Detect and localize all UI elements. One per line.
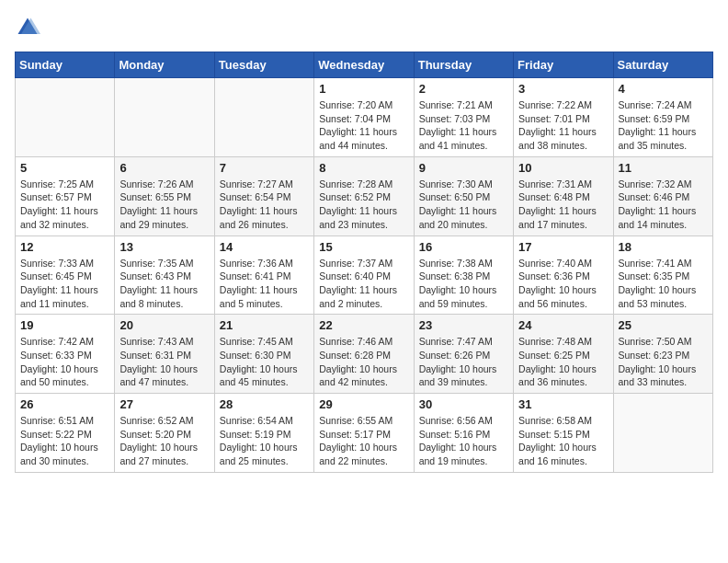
day-number: 28	[220, 397, 309, 411]
calendar-cell: 19Sunrise: 7:42 AM Sunset: 6:33 PM Dayli…	[16, 315, 115, 394]
day-number: 27	[119, 397, 209, 411]
calendar-cell: 13Sunrise: 7:35 AM Sunset: 6:43 PM Dayli…	[115, 236, 214, 315]
calendar-cell: 7Sunrise: 7:27 AM Sunset: 6:54 PM Daylig…	[214, 156, 313, 236]
calendar-cell: 2Sunrise: 7:21 AM Sunset: 7:03 PM Daylig…	[414, 78, 513, 157]
calendar-cell: 16Sunrise: 7:38 AM Sunset: 6:38 PM Dayli…	[414, 236, 513, 315]
day-number: 12	[20, 240, 109, 254]
calendar-cell: 14Sunrise: 7:36 AM Sunset: 6:41 PM Dayli…	[214, 236, 313, 315]
day-info: Sunrise: 7:45 AM Sunset: 6:30 PM Dayligh…	[220, 335, 309, 389]
logo-icon	[15, 15, 40, 40]
day-info: Sunrise: 7:24 AM Sunset: 6:59 PM Dayligh…	[619, 98, 708, 153]
day-number: 24	[518, 318, 608, 332]
calendar-week-row: 1Sunrise: 7:20 AM Sunset: 7:04 PM Daylig…	[16, 78, 713, 157]
day-number: 14	[220, 240, 309, 254]
weekday-header-wednesday: Wednesday	[314, 52, 414, 78]
calendar-cell: 23Sunrise: 7:47 AM Sunset: 6:26 PM Dayli…	[414, 315, 513, 394]
day-info: Sunrise: 7:43 AM Sunset: 6:31 PM Dayligh…	[119, 335, 209, 389]
day-info: Sunrise: 7:20 AM Sunset: 7:04 PM Dayligh…	[319, 98, 408, 153]
calendar-week-row: 12Sunrise: 7:33 AM Sunset: 6:45 PM Dayli…	[16, 236, 713, 315]
day-info: Sunrise: 7:42 AM Sunset: 6:33 PM Dayligh…	[20, 335, 109, 389]
calendar-cell: 8Sunrise: 7:28 AM Sunset: 6:52 PM Daylig…	[314, 156, 414, 236]
calendar-cell	[613, 394, 712, 473]
day-info: Sunrise: 7:50 AM Sunset: 6:23 PM Dayligh…	[619, 335, 708, 389]
day-number: 31	[518, 397, 608, 411]
day-number: 22	[319, 318, 408, 332]
day-number: 29	[319, 397, 408, 411]
calendar-cell: 29Sunrise: 6:55 AM Sunset: 5:17 PM Dayli…	[314, 394, 414, 473]
day-info: Sunrise: 7:27 AM Sunset: 6:54 PM Dayligh…	[220, 178, 309, 232]
day-number: 16	[419, 240, 508, 254]
day-info: Sunrise: 7:48 AM Sunset: 6:25 PM Dayligh…	[518, 335, 608, 389]
day-info: Sunrise: 7:35 AM Sunset: 6:43 PM Dayligh…	[119, 257, 209, 311]
day-info: Sunrise: 6:56 AM Sunset: 5:16 PM Dayligh…	[419, 414, 508, 468]
calendar-cell	[214, 78, 313, 157]
weekday-header-thursday: Thursday	[414, 52, 513, 78]
day-info: Sunrise: 7:38 AM Sunset: 6:38 PM Dayligh…	[419, 257, 508, 311]
calendar-cell: 30Sunrise: 6:56 AM Sunset: 5:16 PM Dayli…	[414, 394, 513, 473]
day-info: Sunrise: 7:30 AM Sunset: 6:50 PM Dayligh…	[419, 178, 508, 232]
day-number: 5	[20, 161, 109, 175]
calendar-cell: 17Sunrise: 7:40 AM Sunset: 6:36 PM Dayli…	[514, 236, 613, 315]
weekday-header-saturday: Saturday	[613, 52, 712, 78]
calendar-cell: 9Sunrise: 7:30 AM Sunset: 6:50 PM Daylig…	[414, 156, 513, 236]
calendar-cell: 25Sunrise: 7:50 AM Sunset: 6:23 PM Dayli…	[613, 315, 712, 394]
calendar-cell: 5Sunrise: 7:25 AM Sunset: 6:57 PM Daylig…	[16, 156, 115, 236]
calendar-week-row: 5Sunrise: 7:25 AM Sunset: 6:57 PM Daylig…	[16, 156, 713, 236]
calendar-cell: 4Sunrise: 7:24 AM Sunset: 6:59 PM Daylig…	[613, 78, 712, 157]
day-info: Sunrise: 7:25 AM Sunset: 6:57 PM Dayligh…	[20, 178, 109, 232]
calendar-cell: 28Sunrise: 6:54 AM Sunset: 5:19 PM Dayli…	[214, 394, 313, 473]
calendar-cell: 15Sunrise: 7:37 AM Sunset: 6:40 PM Dayli…	[314, 236, 414, 315]
calendar-week-row: 19Sunrise: 7:42 AM Sunset: 6:33 PM Dayli…	[16, 315, 713, 394]
calendar-cell: 27Sunrise: 6:52 AM Sunset: 5:20 PM Dayli…	[115, 394, 214, 473]
day-info: Sunrise: 7:33 AM Sunset: 6:45 PM Dayligh…	[20, 257, 109, 311]
calendar-cell: 1Sunrise: 7:20 AM Sunset: 7:04 PM Daylig…	[314, 78, 414, 157]
day-number: 19	[20, 318, 109, 332]
day-info: Sunrise: 7:28 AM Sunset: 6:52 PM Dayligh…	[319, 178, 408, 232]
calendar-cell	[16, 78, 115, 157]
calendar-cell: 18Sunrise: 7:41 AM Sunset: 6:35 PM Dayli…	[613, 236, 712, 315]
calendar-cell: 6Sunrise: 7:26 AM Sunset: 6:55 PM Daylig…	[115, 156, 214, 236]
day-number: 26	[20, 397, 109, 411]
day-number: 21	[220, 318, 309, 332]
weekday-header-sunday: Sunday	[16, 52, 115, 78]
day-info: Sunrise: 7:41 AM Sunset: 6:35 PM Dayligh…	[619, 257, 708, 311]
calendar-cell	[115, 78, 214, 157]
calendar-cell: 31Sunrise: 6:58 AM Sunset: 5:15 PM Dayli…	[514, 394, 613, 473]
day-info: Sunrise: 7:36 AM Sunset: 6:41 PM Dayligh…	[220, 257, 309, 311]
day-number: 30	[419, 397, 508, 411]
calendar-week-row: 26Sunrise: 6:51 AM Sunset: 5:22 PM Dayli…	[16, 394, 713, 473]
day-info: Sunrise: 6:54 AM Sunset: 5:19 PM Dayligh…	[220, 414, 309, 468]
day-info: Sunrise: 6:52 AM Sunset: 5:20 PM Dayligh…	[119, 414, 209, 468]
weekday-header-friday: Friday	[514, 52, 613, 78]
day-info: Sunrise: 7:22 AM Sunset: 7:01 PM Dayligh…	[518, 98, 608, 153]
weekday-header-monday: Monday	[115, 52, 214, 78]
calendar-cell: 21Sunrise: 7:45 AM Sunset: 6:30 PM Dayli…	[214, 315, 313, 394]
day-info: Sunrise: 7:26 AM Sunset: 6:55 PM Dayligh…	[119, 178, 209, 232]
day-number: 23	[419, 318, 508, 332]
calendar-cell: 11Sunrise: 7:32 AM Sunset: 6:46 PM Dayli…	[613, 156, 712, 236]
day-info: Sunrise: 6:58 AM Sunset: 5:15 PM Dayligh…	[518, 414, 608, 468]
day-number: 8	[319, 161, 408, 175]
page-header	[15, 15, 713, 40]
day-number: 4	[619, 82, 708, 96]
weekday-header-tuesday: Tuesday	[214, 52, 313, 78]
day-number: 18	[619, 240, 708, 254]
calendar-cell: 3Sunrise: 7:22 AM Sunset: 7:01 PM Daylig…	[514, 78, 613, 157]
day-number: 11	[619, 161, 708, 175]
day-number: 6	[119, 161, 209, 175]
day-info: Sunrise: 7:40 AM Sunset: 6:36 PM Dayligh…	[518, 257, 608, 311]
day-info: Sunrise: 7:32 AM Sunset: 6:46 PM Dayligh…	[619, 178, 708, 232]
calendar-cell: 12Sunrise: 7:33 AM Sunset: 6:45 PM Dayli…	[16, 236, 115, 315]
day-number: 25	[619, 318, 708, 332]
logo	[15, 15, 44, 40]
day-info: Sunrise: 7:21 AM Sunset: 7:03 PM Dayligh…	[419, 98, 508, 153]
calendar-table: SundayMondayTuesdayWednesdayThursdayFrid…	[15, 52, 713, 473]
day-info: Sunrise: 7:46 AM Sunset: 6:28 PM Dayligh…	[319, 335, 408, 389]
calendar-cell: 22Sunrise: 7:46 AM Sunset: 6:28 PM Dayli…	[314, 315, 414, 394]
day-number: 10	[518, 161, 608, 175]
day-number: 13	[119, 240, 209, 254]
day-number: 1	[319, 82, 408, 96]
day-info: Sunrise: 6:51 AM Sunset: 5:22 PM Dayligh…	[20, 414, 109, 468]
day-number: 20	[119, 318, 209, 332]
calendar-cell: 20Sunrise: 7:43 AM Sunset: 6:31 PM Dayli…	[115, 315, 214, 394]
